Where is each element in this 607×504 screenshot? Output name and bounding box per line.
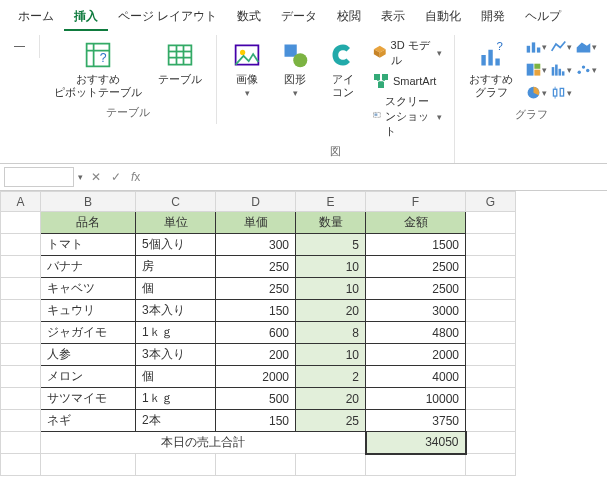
smartart-label: SmartArt [393,75,436,87]
cell-qty[interactable]: 10 [296,256,366,278]
cell-name[interactable]: ネギ [41,410,136,432]
cell-price[interactable]: 250 [216,256,296,278]
tab-自動化[interactable]: 自動化 [415,4,471,31]
cell-qty[interactable]: 10 [296,278,366,300]
shapes-label: 図形 [284,73,306,86]
col-header-C[interactable]: C [136,192,216,212]
cell-unit[interactable]: 個 [136,278,216,300]
cell-qty[interactable]: 10 [296,344,366,366]
table-header[interactable]: 金額 [366,212,466,234]
table-header[interactable]: 単位 [136,212,216,234]
col-header-A[interactable]: A [1,192,41,212]
table-header[interactable]: 単価 [216,212,296,234]
cell-name[interactable]: ジャガイモ [41,322,136,344]
tab-校閲[interactable]: 校閲 [327,4,371,31]
formula-input[interactable] [148,168,603,186]
table-header[interactable]: 品名 [41,212,136,234]
cell-unit[interactable]: 3本入り [136,344,216,366]
cell-name[interactable]: 人参 [41,344,136,366]
cell-price[interactable]: 150 [216,410,296,432]
cell-amount[interactable]: 3750 [366,410,466,432]
cancel-icon[interactable]: ✕ [87,170,105,184]
area-chart-button[interactable]: ▾ [575,37,597,57]
histogram-button[interactable]: ▾ [550,60,572,80]
cell-name[interactable]: メロン [41,366,136,388]
tab-データ[interactable]: データ [271,4,327,31]
cell-unit[interactable]: 5個入り [136,234,216,256]
cell-qty[interactable]: 5 [296,234,366,256]
col-header-B[interactable]: B [41,192,136,212]
cell-qty[interactable]: 20 [296,388,366,410]
cell-unit[interactable]: 1ｋｇ [136,322,216,344]
cell-name[interactable]: キュウリ [41,300,136,322]
recommended-pivot-button[interactable]: ? おすすめ ピボットテーブル [50,37,146,101]
fx-icon[interactable]: fx [127,170,144,184]
cell-qty[interactable]: 8 [296,322,366,344]
name-box[interactable] [4,167,74,187]
screenshot-button[interactable]: スクリーンショット ▾ [371,93,444,140]
cell-amount[interactable]: 3000 [366,300,466,322]
table-header[interactable]: 数量 [296,212,366,234]
icons-icon [327,39,359,71]
cell-unit[interactable]: 3本入り [136,300,216,322]
cell-price[interactable]: 500 [216,388,296,410]
cell-amount[interactable]: 4800 [366,322,466,344]
svg-rect-37 [562,72,565,76]
cell-unit[interactable]: 1ｋｇ [136,388,216,410]
cell-qty[interactable]: 20 [296,300,366,322]
col-header-G[interactable]: G [466,192,516,212]
enter-icon[interactable]: ✓ [107,170,125,184]
tab-数式[interactable]: 数式 [227,4,271,31]
3d-model-button[interactable]: 3D モデル ▾ [371,37,444,69]
total-amount[interactable]: 34050 [366,432,466,454]
cell-amount[interactable]: 2000 [366,344,466,366]
cell-unit[interactable]: 個 [136,366,216,388]
cell-qty[interactable]: 2 [296,366,366,388]
cell-amount[interactable]: 2500 [366,256,466,278]
dash-button[interactable]: — [10,37,29,54]
tab-開発[interactable]: 開発 [471,4,515,31]
worksheet-area[interactable]: ABCDEFG品名単位単価数量金額トマト5個入り30051500バナナ房2501… [0,191,607,476]
icons-button[interactable]: アイ コン [323,37,363,101]
namebox-dropdown[interactable]: ▾ [78,172,83,182]
bar-chart-button[interactable]: ▾ [525,37,547,57]
pie-chart-button[interactable]: ▾ [525,83,547,103]
ribbon-groups: — ? おすすめ ピボットテーブル テーブル テーブル [0,31,607,163]
shapes-button[interactable]: 図形 ▾ [275,37,315,100]
cell-name[interactable]: サツマイモ [41,388,136,410]
image-button[interactable]: 画像 ▾ [227,37,267,100]
box-chart-button[interactable]: ▾ [550,83,572,103]
scatter-chart-button[interactable]: ▾ [575,60,597,80]
cell-qty[interactable]: 25 [296,410,366,432]
cell-name[interactable]: キャベツ [41,278,136,300]
table-button[interactable]: テーブル [154,37,206,88]
recommended-charts-button[interactable]: ? おすすめ グラフ [465,37,517,101]
tab-ページ レイアウト[interactable]: ページ レイアウト [108,4,227,31]
tab-ヘルプ[interactable]: ヘルプ [515,4,571,31]
cell-name[interactable]: トマト [41,234,136,256]
col-header-D[interactable]: D [216,192,296,212]
line-chart-button[interactable]: ▾ [550,37,572,57]
cell-amount[interactable]: 4000 [366,366,466,388]
col-header-E[interactable]: E [296,192,366,212]
cell-unit[interactable]: 2本 [136,410,216,432]
cell-price[interactable]: 2000 [216,366,296,388]
cell-price[interactable]: 200 [216,344,296,366]
tab-表示[interactable]: 表示 [371,4,415,31]
treemap-button[interactable]: ▾ [525,60,547,80]
cell-price[interactable]: 600 [216,322,296,344]
cell-amount[interactable]: 1500 [366,234,466,256]
col-header-F[interactable]: F [366,192,466,212]
cell-amount[interactable]: 10000 [366,388,466,410]
tab-ホーム[interactable]: ホーム [8,4,64,31]
total-label[interactable]: 本日の売上合計 [41,432,366,454]
cell-price[interactable]: 150 [216,300,296,322]
cell-amount[interactable]: 2500 [366,278,466,300]
smartart-button[interactable]: SmartArt [371,72,438,90]
cell-price[interactable]: 250 [216,278,296,300]
cell-name[interactable]: バナナ [41,256,136,278]
tab-挿入[interactable]: 挿入 [64,4,108,31]
svg-rect-28 [532,43,535,53]
cell-price[interactable]: 300 [216,234,296,256]
cell-unit[interactable]: 房 [136,256,216,278]
